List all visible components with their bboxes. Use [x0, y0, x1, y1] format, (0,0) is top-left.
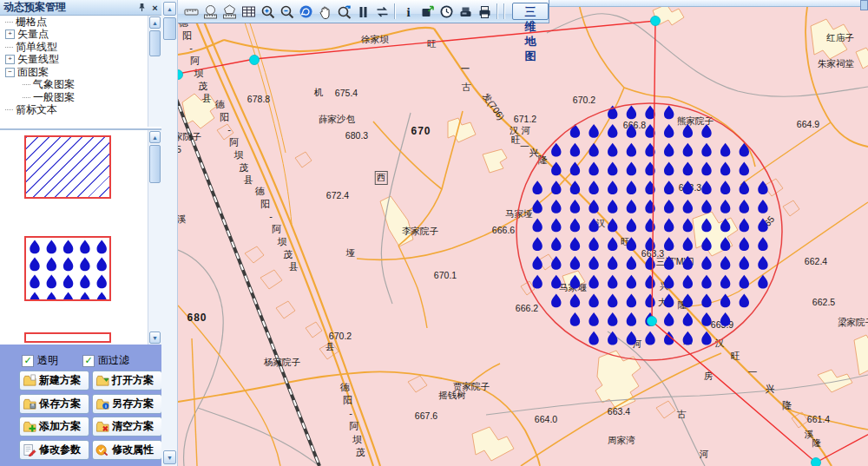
print-icon[interactable]	[475, 3, 494, 21]
checkbox-透明[interactable]: ✓透明	[22, 353, 58, 368]
tree-connector	[23, 84, 30, 85]
zoom-in-icon[interactable]	[258, 3, 277, 21]
edit-props-icon	[95, 443, 109, 456]
button-修改参数[interactable]: 修改参数	[19, 440, 89, 460]
map-corner-widget[interactable]	[860, 0, 868, 10]
checkbox-面过滤[interactable]: ✓面过滤	[82, 353, 129, 368]
plan-vertex-handle[interactable]	[812, 458, 821, 466]
scroll-up-icon[interactable]: ▲	[163, 2, 176, 16]
expand-icon[interactable]: +	[5, 30, 15, 39]
folder-clear-icon	[95, 420, 109, 433]
checkbox-label: 面过滤	[98, 353, 129, 368]
measure-polygon-icon[interactable]	[220, 3, 239, 21]
plan-management-sidebar: 动态预案管理 × 栅格点+矢量点简单线型+矢量线型−面图案气象图案一般图案箭标文…	[0, 0, 162, 466]
scrollbar-thumb[interactable]	[149, 145, 161, 183]
toolbar-separator	[503, 3, 505, 19]
plan-vertex-handle[interactable]	[648, 317, 657, 326]
close-icon[interactable]: ×	[148, 2, 161, 14]
svg-text:i: i	[406, 5, 410, 19]
button-另存方案[interactable]: i另存方案	[92, 394, 162, 414]
tree-connector	[5, 109, 13, 110]
button-label: 修改属性	[112, 443, 154, 457]
pattern-preview-list	[0, 130, 148, 345]
fax-icon[interactable]	[456, 3, 475, 21]
folder-new-icon	[23, 374, 36, 387]
button-label: 新建方案	[39, 373, 81, 388]
pan-icon[interactable]	[315, 3, 334, 21]
button-label: 添加方案	[39, 419, 81, 434]
checkbox-icon[interactable]: ✓	[22, 355, 34, 367]
measure-distance-icon[interactable]	[181, 3, 201, 21]
info-icon[interactable]: i	[398, 3, 418, 21]
zoom-previous-icon[interactable]	[334, 3, 353, 21]
export-icon[interactable]	[418, 3, 437, 21]
pattern-scrollbar[interactable]: ▲ ▼	[148, 130, 162, 345]
button-label: 修改参数	[39, 443, 81, 457]
sidebar-outer-scrollbar[interactable]: ▲ ▼	[161, 0, 178, 466]
map-toolbar: i 三维地图	[178, 0, 549, 23]
plan-vertex-handle[interactable]	[250, 56, 260, 65]
button-新建方案[interactable]: 新建方案	[19, 371, 89, 391]
tree-scrollbar[interactable]: ▲	[148, 16, 162, 127]
button-清空方案[interactable]: 清空方案	[92, 417, 162, 436]
button-label: 另存方案	[112, 397, 154, 411]
pause-icon[interactable]	[353, 3, 372, 21]
expand-icon[interactable]: +	[5, 55, 15, 64]
layer-tree: 栅格点+矢量点简单线型+矢量线型−面图案气象图案一般图案箭标文本	[0, 16, 148, 127]
diagonal-hatch-swatch[interactable]	[24, 135, 111, 199]
toolbar-separator	[394, 3, 396, 19]
sidebar-titlebar: 动态预案管理 ×	[0, 0, 161, 16]
tree-connector	[5, 47, 13, 48]
checkbox-icon[interactable]: ✓	[82, 355, 95, 367]
sidebar-title: 动态预案管理	[3, 0, 66, 15]
grid-icon[interactable]	[239, 3, 258, 21]
tree-item-label: 箭标文本	[16, 102, 57, 117]
scrollbar-thumb[interactable]	[149, 30, 161, 56]
folder-open-icon	[95, 374, 109, 387]
pin-icon[interactable]	[135, 2, 148, 14]
measure-circle-icon[interactable]	[201, 3, 220, 21]
plan-vertex-handle[interactable]	[651, 16, 661, 26]
plan-controls-panel: ✓透明✓面过滤新建方案打开方案保存方案i另存方案添加方案清空方案修改参数修改属性	[0, 345, 161, 466]
button-添加方案[interactable]: 添加方案	[19, 417, 89, 436]
tree-connector	[5, 22, 13, 23]
folder-save-icon	[23, 397, 36, 410]
blue-drops-swatch[interactable]	[24, 236, 111, 301]
refresh-icon[interactable]	[296, 3, 315, 21]
application-window: 动态预案管理 × 栅格点+矢量点简单线型+矢量线型−面图案气象图案一般图案箭标文…	[0, 0, 868, 466]
edit-params-icon	[23, 443, 36, 456]
drops-pattern-partial	[26, 338, 109, 343]
scroll-up-icon[interactable]: ▲	[149, 16, 161, 29]
scrollbar-thumb[interactable]	[163, 17, 176, 40]
swap-icon[interactable]	[372, 3, 391, 21]
button-label: 打开方案	[112, 373, 154, 388]
button-打开方案[interactable]: 打开方案	[92, 371, 162, 391]
tree-item-箭标文本[interactable]: 箭标文本	[0, 104, 148, 117]
clock-icon[interactable]	[437, 3, 456, 21]
hatch-pattern	[26, 137, 109, 197]
plan-overlay-layer	[178, 0, 868, 466]
svg-text:i: i	[105, 403, 107, 409]
plan-vertex-handle[interactable]	[178, 70, 183, 80]
toolbar-separator	[496, 3, 498, 19]
window-top-strip	[547, 0, 868, 7]
scroll-up-icon[interactable]: ▲	[149, 131, 161, 143]
map-viewport[interactable]: 徐家坝机675.4678.8薛家沙包680.3670汉 河671.2670.26…	[178, 0, 868, 466]
scroll-down-icon[interactable]: ▼	[149, 331, 161, 344]
collapse-icon[interactable]: −	[5, 68, 15, 77]
folder-saveas-icon: i	[95, 397, 109, 410]
button-label: 保存方案	[39, 397, 81, 411]
button-修改属性[interactable]: 修改属性	[92, 440, 162, 460]
button-label: 清空方案	[112, 419, 154, 434]
tree-connector	[23, 97, 30, 98]
folder-add-icon	[23, 420, 36, 433]
drops-pattern	[26, 238, 109, 299]
partial-swatch[interactable]	[24, 332, 111, 343]
map3d-button[interactable]: 三维地图	[512, 3, 549, 20]
scroll-down-icon[interactable]: ▼	[163, 450, 176, 464]
zoom-out-icon[interactable]	[277, 3, 296, 21]
checkbox-label: 透明	[37, 353, 58, 368]
button-保存方案[interactable]: 保存方案	[19, 394, 89, 414]
